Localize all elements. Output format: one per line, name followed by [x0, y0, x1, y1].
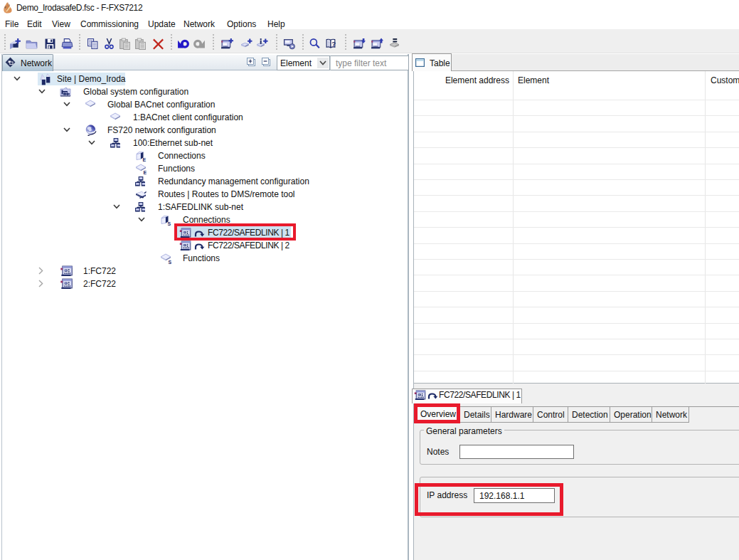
svg-text:S: S — [168, 221, 171, 226]
svg-text:E: E — [143, 157, 147, 162]
svg-text:E: E — [144, 170, 147, 175]
svg-text:?: ? — [331, 40, 336, 48]
svg-text:S: S — [169, 260, 172, 265]
